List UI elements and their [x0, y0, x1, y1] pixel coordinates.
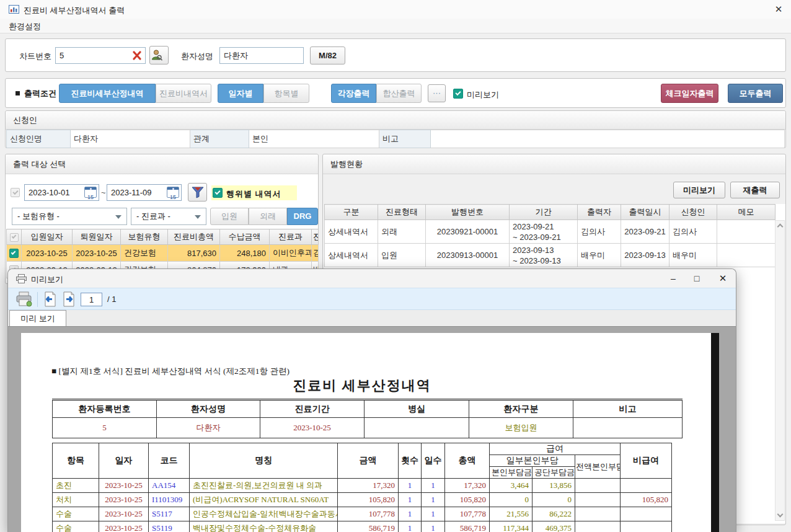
- doc-row: 수술 2023-10-25 S5117 인공수정체삽입술-일차[백내장수술과동시…: [53, 507, 672, 521]
- patient-name-input[interactable]: [219, 47, 304, 64]
- preview-content[interactable]: ■ [별지 제1호 서식] 진료비 세부산정내역 서식 (제2조제1항 관련) …: [8, 326, 736, 532]
- issued-scrollbar[interactable]: [775, 220, 785, 521]
- filter-funnel-icon: [192, 186, 204, 198]
- scroll-down-icon[interactable]: [777, 512, 784, 518]
- page-number-input[interactable]: [81, 293, 102, 306]
- department-select[interactable]: - 진료과 -: [131, 208, 206, 225]
- window-title: 진료비 세부산정내역서 출력: [24, 5, 125, 16]
- applicant-group-title: 신청인: [6, 111, 785, 130]
- patient-bar-group: 차트번호 환자성명 M/82: [5, 38, 786, 72]
- print-checked-button[interactable]: 체크일자출력: [661, 84, 718, 103]
- more-options-button[interactable]: ···: [428, 84, 446, 102]
- by-action-label: 행위별 내역서: [226, 188, 281, 200]
- page-total-label: / 1: [107, 295, 116, 304]
- toggle-by-item[interactable]: 항목별: [263, 84, 309, 103]
- applicant-name-label: 신청인명: [7, 130, 71, 148]
- window-icon: [9, 5, 19, 14]
- issued-preview-button[interactable]: 미리보기: [673, 182, 725, 198]
- toggle-outpatient[interactable]: 외래: [249, 208, 287, 225]
- close-icon[interactable]: ✕: [714, 271, 732, 286]
- print-all-button[interactable]: 모두출력: [728, 84, 783, 103]
- relation-value[interactable]: 본인: [249, 130, 379, 148]
- target-group: 출력 대상 선택 2023-10-01 15 ~ 2023-11-09 15 행…: [5, 154, 319, 284]
- toggle-drg[interactable]: DRG: [287, 208, 318, 225]
- issued-group-title: 발행현황: [323, 154, 785, 174]
- issued-row[interactable]: 상세내역서 외래 20230921-00001 2023-09-21~ 2023…: [325, 220, 776, 244]
- issued-header-row: 구분 진료형태 발행번호 기간 출력자 출력일시 신청인 메모: [325, 205, 776, 220]
- toggle-sum[interactable]: 합산출력: [376, 84, 422, 103]
- output-cond-group: 출력조건 진료비세부산정내역 진료비내역서 일자별 항목별 각장출력 합산출력 …: [5, 78, 786, 108]
- chart-no-label: 차트번호: [19, 51, 51, 62]
- chevron-down-icon: [195, 215, 201, 219]
- date-range-checkbox[interactable]: [11, 188, 20, 197]
- doc-title: 진료비 세부산정내역: [21, 376, 703, 395]
- target-group-title: 출력 대상 선택: [6, 154, 318, 174]
- patient-name-label: 환자성명: [181, 51, 213, 62]
- date-to-field[interactable]: 2023-11-09 15: [107, 184, 182, 201]
- preview-toolbar: / 1: [8, 288, 736, 310]
- applicant-row: 신청인명 다환자 관계 본인 비고: [6, 130, 785, 148]
- calendar-icon[interactable]: 15: [84, 187, 97, 198]
- title-bar: 진료비 세부산정내역서 출력 ✕: [0, 0, 791, 19]
- issued-row[interactable]: 상세내역서 입원 20230913-00001 2023-09-13~ 2023…: [325, 244, 776, 267]
- page-edge-shadow: [711, 333, 719, 532]
- preview-checkbox-label: 미리보기: [467, 89, 499, 100]
- applicant-name-value[interactable]: 다환자: [71, 130, 190, 148]
- doc-form-note: ■ [별지 제1호 서식] 진료비 세부산정내역 서식 (제2조제1항 관련): [51, 366, 289, 377]
- print-button[interactable]: [15, 291, 32, 307]
- person-search-icon: [150, 48, 163, 61]
- prev-page-button[interactable]: [42, 291, 58, 307]
- maximize-icon[interactable]: □: [687, 271, 706, 286]
- preview-tab-row: 미리 보기: [8, 310, 736, 326]
- menu-bar: 환경설정: [0, 19, 791, 33]
- tab-preview[interactable]: 미리 보기: [9, 310, 66, 326]
- note-value[interactable]: [431, 130, 785, 148]
- date-separator: ~: [101, 188, 106, 197]
- toggle-each-page[interactable]: 각장출력: [331, 84, 376, 103]
- bullet-square: [15, 91, 20, 95]
- filter-button[interactable]: [188, 183, 207, 202]
- menu-settings[interactable]: 환경설정: [9, 21, 41, 32]
- printer-icon: [16, 274, 27, 283]
- chevron-down-icon: [115, 215, 122, 219]
- date-from-field[interactable]: 2023-10-01 15: [24, 184, 99, 201]
- header-checkbox[interactable]: [10, 233, 19, 242]
- preview-window-title: 미리보기: [31, 274, 63, 285]
- sex-age-button[interactable]: M/82: [310, 47, 345, 64]
- doc-row: 처치 2023-10-25 I1101309 (비급여)ACRYSOF NATU…: [53, 493, 672, 507]
- applicant-group: 신청인 신청인명 다환자 관계 본인 비고: [5, 110, 786, 148]
- insurance-type-select[interactable]: - 보험유형 -: [12, 208, 127, 225]
- doc-info-table: 환자등록번호 환자성명 진료기간 병실 환자구분 비고 5 다환자 2023-1…: [52, 399, 683, 438]
- row-checkbox[interactable]: [9, 249, 19, 258]
- toggle-by-date[interactable]: 일자별: [218, 84, 263, 103]
- target-row-selected[interactable]: 2023-10-25 2023-10-25 건강보험 817,630 248,1…: [7, 245, 319, 262]
- clear-icon[interactable]: [132, 51, 142, 60]
- by-action-checkbox[interactable]: [213, 188, 223, 198]
- document-page: ■ [별지 제1호 서식] 진료비 세부산정내역 서식 (제2조제1항 관련) …: [21, 333, 711, 532]
- toggle-detail-calc[interactable]: 진료비세부산정내역: [59, 84, 156, 103]
- doc-detail-table: 항목 일자 코드 명칭 금액 횟수 일수 총액 급여 비급여 일부본인부담 전액…: [52, 443, 672, 532]
- doc-row: 초진 2023-10-25 AA154 초진진찰료-의원,보건의료원 내 의과 …: [53, 479, 672, 493]
- scroll-up-icon[interactable]: [777, 224, 784, 230]
- toggle-statement[interactable]: 진료비내역서: [156, 84, 211, 103]
- by-action-wrap: 행위별 내역서: [211, 185, 297, 200]
- toolbar-separator: [37, 292, 38, 307]
- toggle-inpatient[interactable]: 입원: [210, 208, 249, 225]
- minimize-icon[interactable]: –: [664, 271, 683, 286]
- preview-window: 미리보기 – □ ✕ / 1 미리 보기 ■ [별지 제1호 서식] 진료: [7, 268, 736, 532]
- close-icon[interactable]: ✕: [770, 2, 787, 16]
- issued-reprint-button[interactable]: 재출력: [730, 182, 780, 198]
- note-label: 비고: [379, 130, 431, 148]
- doc-row: 수술 2023-10-25 S5119 백내장및수정체수술-수정체유화술 586…: [53, 521, 672, 532]
- relation-label: 관계: [190, 130, 249, 148]
- target-header-row: 입원일자 퇴원일자 보험유형 진료비총액 수납금액 진료과 진: [7, 229, 319, 245]
- output-cond-label: 출력조건: [24, 88, 56, 99]
- next-page-button[interactable]: [61, 291, 77, 307]
- calendar-icon[interactable]: 15: [167, 187, 179, 198]
- preview-title-bar: 미리보기 – □ ✕: [8, 269, 736, 288]
- preview-checkbox[interactable]: [453, 89, 463, 99]
- patient-search-button[interactable]: [149, 46, 169, 64]
- issued-table: 구분 진료형태 발행번호 기간 출력자 출력일시 신청인 메모 상세내역서 외래…: [324, 204, 776, 267]
